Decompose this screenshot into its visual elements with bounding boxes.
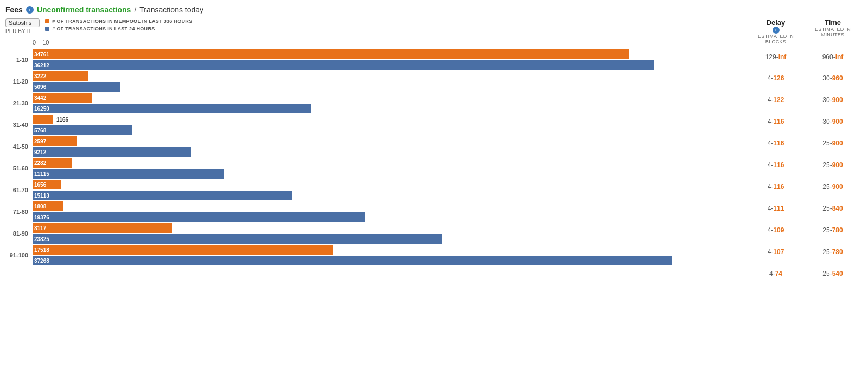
orange-bar-label-81-90: 8117 (34, 225, 46, 231)
dt-row-11-20: 4-12230-900 (749, 89, 863, 111)
dt-row-1-10: 4-12630-960 (749, 67, 863, 89)
time-cell-81-90: 25-780 (803, 248, 863, 256)
blue-bar-label-81-90: 23825 (34, 236, 49, 242)
fee-group-71-80: 71-80180819376 (5, 201, 743, 222)
delay-cell-61-70: 4-111 (749, 205, 803, 212)
time-cell-1-10: 30-960 (803, 74, 863, 82)
delay-cell-51-60: 4-116 (749, 183, 803, 191)
fee-range-label-31-40: 31-40 (5, 122, 33, 128)
fees-info-icon[interactable]: i (26, 6, 34, 14)
orange-bar-label-11-20: 3222 (34, 73, 46, 79)
dt-row-91-100: 4-7425-540 (749, 263, 863, 284)
fee-group-51-60: 51-60228211115 (5, 158, 743, 179)
delay-header: Delay (749, 18, 803, 27)
time-cell-61-70: 25-840 (803, 205, 863, 212)
top-time-orange: Inf (835, 53, 844, 61)
orange-bar-label-61-70: 1656 (34, 182, 46, 188)
blue-bar-51-60: 11115 (33, 169, 224, 179)
delay-subheader: ESTIMATED IN BLOCKS (749, 34, 803, 45)
orange-bar-41-50: 2597 (33, 136, 77, 146)
zero-label: 0 (33, 39, 36, 46)
transactions-today-label: Transactions today (139, 5, 203, 14)
orange-bar-1-10: 34761 (33, 49, 629, 59)
orange-bar-61-70: 1656 (33, 180, 61, 189)
fee-group-81-90: 81-90811723825 (5, 223, 743, 244)
orange-bar-11-20: 3222 (33, 71, 88, 81)
orange-bar-51-60: 2282 (33, 158, 72, 168)
fee-range-label-61-70: 61-70 (5, 187, 33, 193)
orange-bar-label-91-100: 17518 (34, 247, 49, 253)
fee-group-11-20: 11-2032225096 (5, 71, 743, 92)
dt-row-31-40: 4-11625-900 (749, 132, 863, 154)
orange-bar-label-51-60: 2282 (34, 160, 46, 166)
time-cell-41-50: 25-900 (803, 161, 863, 169)
delay-cell-41-50: 4-116 (749, 161, 803, 169)
fee-range-label-11-20: 11-20 (5, 78, 33, 85)
fee-group-61-70: 61-70165615113 (5, 180, 743, 200)
blue-bar-31-40: 5768 (33, 125, 132, 135)
blue-bar-label-41-50: 9212 (34, 149, 46, 155)
legend-orange-text: # OF TRANSACTIONS IN MEMPOOL IN LAST 336… (52, 18, 192, 24)
blue-bar-label-21-30: 16250 (34, 106, 49, 112)
top-dt-row: 129-Inf 960-Inf (749, 47, 863, 67)
dt-row-71-80: 4-10925-780 (749, 219, 863, 241)
time-cell-21-30: 30-900 (803, 118, 863, 125)
dt-rows-container: 4-12630-9604-12230-9004-11630-9004-11625… (749, 67, 863, 284)
delay-cell-81-90: 4-107 (749, 248, 803, 256)
dt-row-51-60: 4-11625-900 (749, 176, 863, 198)
satoshis-button[interactable]: Satoshis ÷ (5, 18, 40, 27)
time-cell-31-40: 25-900 (803, 140, 863, 147)
delay-cell-91-100: 4-74 (749, 270, 803, 277)
blue-bar-label-91-100: 37268 (34, 258, 49, 264)
orange-bar-21-30: 3442 (33, 93, 92, 103)
blue-bar-label-11-20: 5096 (34, 84, 46, 90)
bars-container: 1-10347613621211-203222509621-3034421625… (5, 49, 743, 267)
fee-range-label-1-10: 1-10 (5, 56, 33, 63)
top-delay-orange: Inf (778, 53, 787, 61)
blue-bar-label-61-70: 15113 (34, 193, 49, 199)
top-delay-normal: 129- (765, 53, 778, 61)
blue-bar-label-71-80: 19376 (34, 214, 49, 220)
top-time-normal: 960- (822, 53, 835, 61)
blue-bar-label-51-60: 11115 (34, 171, 49, 177)
fee-group-21-30: 21-30344216250 (5, 93, 743, 113)
blue-bar-61-70: 15113 (33, 191, 292, 200)
fee-group-31-40: 31-4011665768 (5, 115, 743, 135)
orange-bar-label-71-80: 1808 (34, 204, 46, 210)
blue-bar-41-50: 9212 (33, 147, 191, 157)
fee-range-label-41-50: 41-50 (5, 143, 33, 150)
blue-bar-71-80: 19376 (33, 212, 365, 222)
fee-group-91-100: 91-1001751837268 (5, 245, 743, 265)
orange-bar-31-40 (33, 115, 53, 124)
blue-bar-1-10: 36212 (33, 60, 654, 70)
dt-row-61-70: 4-11125-840 (749, 198, 863, 219)
blue-bar-label-1-10: 36212 (34, 62, 49, 68)
unconfirmed-link[interactable]: Unconfirmed transactions (37, 5, 131, 14)
time-cell-11-20: 30-900 (803, 96, 863, 104)
orange-bar-label-31-40: 1166 (56, 117, 68, 123)
orange-bar-label-41-50: 2597 (34, 138, 46, 144)
blue-bar-21-30: 16250 (33, 104, 311, 113)
blue-bar-81-90: 23825 (33, 234, 442, 244)
orange-bar-label-21-30: 3442 (34, 95, 46, 101)
time-cell-71-80: 25-780 (803, 226, 863, 234)
blue-bar-11-20: 5096 (33, 82, 120, 92)
fee-range-label-81-90: 81-90 (5, 230, 33, 237)
delay-cell-11-20: 4-122 (749, 96, 803, 104)
fee-range-label-91-100: 91-100 (5, 252, 33, 258)
per-byte-label: PER BYTE (5, 28, 40, 34)
fee-group-1-10: 1-103476136212 (5, 49, 743, 70)
dt-row-21-30: 4-11630-900 (749, 111, 863, 132)
time-cell-51-60: 25-900 (803, 183, 863, 191)
delay-cell-1-10: 4-126 (749, 74, 803, 82)
fee-group-41-50: 41-5025979212 (5, 136, 743, 157)
time-subheader: ESTIMATED IN MINUTES (803, 27, 863, 37)
blue-bar-91-100: 37268 (33, 256, 672, 265)
fees-label: Fees (5, 5, 23, 14)
time-header: Time (803, 18, 863, 27)
legend-blue-text: # OF TRANSACTIONS IN LAST 24 HOURS (52, 26, 155, 31)
legend-blue-dot (45, 27, 49, 31)
orange-bar-label-1-10: 34761 (34, 52, 49, 58)
right-panel: Delay i ESTIMATED IN BLOCKS Time ESTIMAT… (743, 18, 863, 284)
delay-info-icon[interactable]: i (773, 27, 780, 34)
